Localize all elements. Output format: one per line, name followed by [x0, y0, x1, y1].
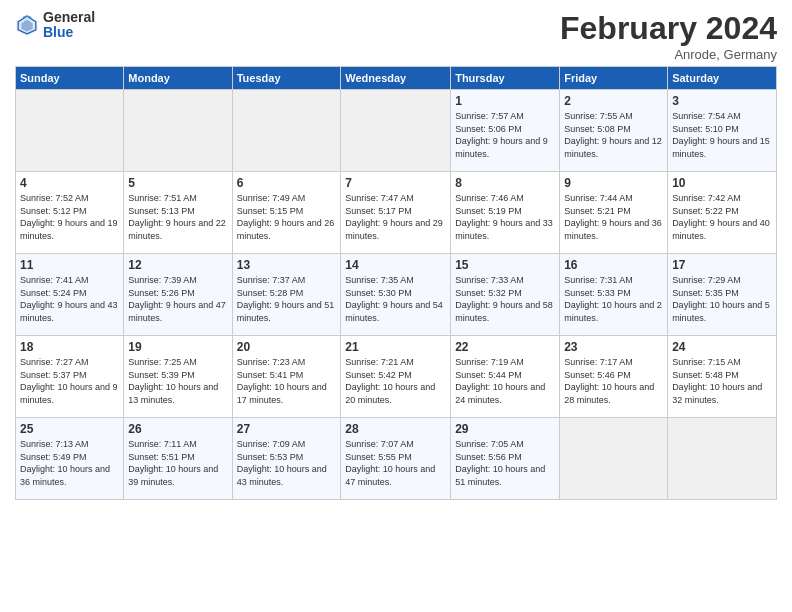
day-info: Sunrise: 7:23 AMSunset: 5:41 PMDaylight:… — [237, 356, 337, 406]
calendar-cell — [16, 90, 124, 172]
calendar-week-row: 11Sunrise: 7:41 AMSunset: 5:24 PMDayligh… — [16, 254, 777, 336]
calendar-cell: 26Sunrise: 7:11 AMSunset: 5:51 PMDayligh… — [124, 418, 232, 500]
day-number: 2 — [564, 94, 663, 108]
calendar-cell: 1Sunrise: 7:57 AMSunset: 5:06 PMDaylight… — [451, 90, 560, 172]
day-info: Sunrise: 7:29 AMSunset: 5:35 PMDaylight:… — [672, 274, 772, 324]
day-info: Sunrise: 7:54 AMSunset: 5:10 PMDaylight:… — [672, 110, 772, 160]
logo-blue: Blue — [43, 25, 95, 40]
calendar-cell: 17Sunrise: 7:29 AMSunset: 5:35 PMDayligh… — [668, 254, 777, 336]
day-number: 15 — [455, 258, 555, 272]
weekday-header-wednesday: Wednesday — [341, 67, 451, 90]
calendar-cell — [232, 90, 341, 172]
day-info: Sunrise: 7:07 AMSunset: 5:55 PMDaylight:… — [345, 438, 446, 488]
day-info: Sunrise: 7:39 AMSunset: 5:26 PMDaylight:… — [128, 274, 227, 324]
day-number: 9 — [564, 176, 663, 190]
day-number: 5 — [128, 176, 227, 190]
weekday-header-thursday: Thursday — [451, 67, 560, 90]
calendar-cell: 3Sunrise: 7:54 AMSunset: 5:10 PMDaylight… — [668, 90, 777, 172]
day-info: Sunrise: 7:13 AMSunset: 5:49 PMDaylight:… — [20, 438, 119, 488]
calendar-cell: 25Sunrise: 7:13 AMSunset: 5:49 PMDayligh… — [16, 418, 124, 500]
day-number: 7 — [345, 176, 446, 190]
day-info: Sunrise: 7:37 AMSunset: 5:28 PMDaylight:… — [237, 274, 337, 324]
day-number: 3 — [672, 94, 772, 108]
day-number: 17 — [672, 258, 772, 272]
day-number: 11 — [20, 258, 119, 272]
calendar-cell: 22Sunrise: 7:19 AMSunset: 5:44 PMDayligh… — [451, 336, 560, 418]
day-info: Sunrise: 7:19 AMSunset: 5:44 PMDaylight:… — [455, 356, 555, 406]
weekday-header-tuesday: Tuesday — [232, 67, 341, 90]
day-number: 24 — [672, 340, 772, 354]
calendar-cell: 18Sunrise: 7:27 AMSunset: 5:37 PMDayligh… — [16, 336, 124, 418]
day-number: 4 — [20, 176, 119, 190]
location: Anrode, Germany — [560, 47, 777, 62]
day-number: 8 — [455, 176, 555, 190]
logo: General Blue — [15, 10, 95, 41]
day-info: Sunrise: 7:49 AMSunset: 5:15 PMDaylight:… — [237, 192, 337, 242]
day-number: 14 — [345, 258, 446, 272]
day-info: Sunrise: 7:41 AMSunset: 5:24 PMDaylight:… — [20, 274, 119, 324]
day-number: 18 — [20, 340, 119, 354]
day-number: 27 — [237, 422, 337, 436]
weekday-header-friday: Friday — [560, 67, 668, 90]
day-info: Sunrise: 7:42 AMSunset: 5:22 PMDaylight:… — [672, 192, 772, 242]
day-info: Sunrise: 7:25 AMSunset: 5:39 PMDaylight:… — [128, 356, 227, 406]
day-info: Sunrise: 7:15 AMSunset: 5:48 PMDaylight:… — [672, 356, 772, 406]
weekday-header-sunday: Sunday — [16, 67, 124, 90]
logo-general: General — [43, 10, 95, 25]
day-info: Sunrise: 7:09 AMSunset: 5:53 PMDaylight:… — [237, 438, 337, 488]
calendar-cell: 12Sunrise: 7:39 AMSunset: 5:26 PMDayligh… — [124, 254, 232, 336]
calendar-cell: 21Sunrise: 7:21 AMSunset: 5:42 PMDayligh… — [341, 336, 451, 418]
calendar-cell: 29Sunrise: 7:05 AMSunset: 5:56 PMDayligh… — [451, 418, 560, 500]
header: General Blue February 2024 Anrode, Germa… — [15, 10, 777, 62]
day-info: Sunrise: 7:44 AMSunset: 5:21 PMDaylight:… — [564, 192, 663, 242]
day-info: Sunrise: 7:51 AMSunset: 5:13 PMDaylight:… — [128, 192, 227, 242]
day-info: Sunrise: 7:21 AMSunset: 5:42 PMDaylight:… — [345, 356, 446, 406]
calendar-cell: 9Sunrise: 7:44 AMSunset: 5:21 PMDaylight… — [560, 172, 668, 254]
weekday-header-row: SundayMondayTuesdayWednesdayThursdayFrid… — [16, 67, 777, 90]
calendar-cell: 14Sunrise: 7:35 AMSunset: 5:30 PMDayligh… — [341, 254, 451, 336]
day-info: Sunrise: 7:55 AMSunset: 5:08 PMDaylight:… — [564, 110, 663, 160]
logo-text: General Blue — [43, 10, 95, 41]
day-number: 26 — [128, 422, 227, 436]
calendar-cell: 8Sunrise: 7:46 AMSunset: 5:19 PMDaylight… — [451, 172, 560, 254]
calendar-cell — [124, 90, 232, 172]
day-info: Sunrise: 7:17 AMSunset: 5:46 PMDaylight:… — [564, 356, 663, 406]
day-number: 19 — [128, 340, 227, 354]
calendar-cell: 28Sunrise: 7:07 AMSunset: 5:55 PMDayligh… — [341, 418, 451, 500]
day-number: 25 — [20, 422, 119, 436]
day-number: 10 — [672, 176, 772, 190]
calendar-cell: 6Sunrise: 7:49 AMSunset: 5:15 PMDaylight… — [232, 172, 341, 254]
calendar-cell — [668, 418, 777, 500]
calendar-cell — [560, 418, 668, 500]
weekday-header-saturday: Saturday — [668, 67, 777, 90]
calendar-week-row: 18Sunrise: 7:27 AMSunset: 5:37 PMDayligh… — [16, 336, 777, 418]
day-number: 16 — [564, 258, 663, 272]
calendar-cell: 27Sunrise: 7:09 AMSunset: 5:53 PMDayligh… — [232, 418, 341, 500]
logo-icon — [15, 13, 39, 37]
weekday-header-monday: Monday — [124, 67, 232, 90]
calendar-week-row: 4Sunrise: 7:52 AMSunset: 5:12 PMDaylight… — [16, 172, 777, 254]
day-number: 22 — [455, 340, 555, 354]
day-number: 1 — [455, 94, 555, 108]
day-info: Sunrise: 7:11 AMSunset: 5:51 PMDaylight:… — [128, 438, 227, 488]
day-info: Sunrise: 7:33 AMSunset: 5:32 PMDaylight:… — [455, 274, 555, 324]
calendar-week-row: 1Sunrise: 7:57 AMSunset: 5:06 PMDaylight… — [16, 90, 777, 172]
day-info: Sunrise: 7:31 AMSunset: 5:33 PMDaylight:… — [564, 274, 663, 324]
calendar-cell — [341, 90, 451, 172]
day-info: Sunrise: 7:52 AMSunset: 5:12 PMDaylight:… — [20, 192, 119, 242]
page-container: General Blue February 2024 Anrode, Germa… — [0, 0, 792, 510]
day-info: Sunrise: 7:46 AMSunset: 5:19 PMDaylight:… — [455, 192, 555, 242]
calendar-cell: 15Sunrise: 7:33 AMSunset: 5:32 PMDayligh… — [451, 254, 560, 336]
calendar-cell: 24Sunrise: 7:15 AMSunset: 5:48 PMDayligh… — [668, 336, 777, 418]
day-info: Sunrise: 7:05 AMSunset: 5:56 PMDaylight:… — [455, 438, 555, 488]
day-number: 29 — [455, 422, 555, 436]
day-number: 23 — [564, 340, 663, 354]
month-title: February 2024 — [560, 10, 777, 47]
calendar-cell: 16Sunrise: 7:31 AMSunset: 5:33 PMDayligh… — [560, 254, 668, 336]
calendar-cell: 5Sunrise: 7:51 AMSunset: 5:13 PMDaylight… — [124, 172, 232, 254]
day-number: 21 — [345, 340, 446, 354]
day-info: Sunrise: 7:35 AMSunset: 5:30 PMDaylight:… — [345, 274, 446, 324]
calendar-cell: 23Sunrise: 7:17 AMSunset: 5:46 PMDayligh… — [560, 336, 668, 418]
calendar-cell: 10Sunrise: 7:42 AMSunset: 5:22 PMDayligh… — [668, 172, 777, 254]
day-number: 20 — [237, 340, 337, 354]
